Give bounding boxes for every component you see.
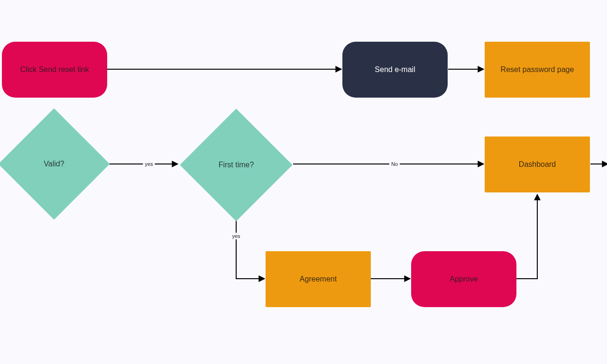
edge-label-first-no: No bbox=[389, 161, 400, 167]
flowchart-canvas[interactable]: yes No yes Click Send reset link Send e-… bbox=[0, 0, 607, 364]
node-label: Reset password page bbox=[485, 42, 590, 98]
node-click-send-reset[interactable]: Click Send reset link bbox=[2, 42, 107, 98]
node-send-email[interactable]: Send e-mail bbox=[342, 42, 448, 98]
node-label: First time? bbox=[179, 108, 293, 222]
node-reset-password-page[interactable]: Reset password page bbox=[485, 42, 590, 98]
node-label: Agreement bbox=[266, 251, 371, 307]
node-label: Click Send reset link bbox=[2, 42, 107, 98]
node-label: Dashboard bbox=[485, 136, 590, 192]
edge-approve-to-dashboard bbox=[516, 194, 537, 279]
node-label: Send e-mail bbox=[342, 42, 448, 98]
node-valid-decision[interactable]: Valid? bbox=[0, 108, 110, 220]
node-dashboard[interactable]: Dashboard bbox=[485, 136, 590, 192]
edge-label-first-yes: yes bbox=[230, 233, 242, 239]
node-first-time-decision[interactable]: First time? bbox=[179, 108, 293, 222]
edge-first-to-agreement bbox=[236, 221, 265, 279]
node-label: Valid? bbox=[0, 108, 110, 220]
edge-label-valid-yes: yes bbox=[143, 161, 155, 167]
node-label: Approve bbox=[411, 251, 516, 307]
node-agreement[interactable]: Agreement bbox=[266, 251, 371, 307]
node-approve[interactable]: Approve bbox=[411, 251, 516, 307]
